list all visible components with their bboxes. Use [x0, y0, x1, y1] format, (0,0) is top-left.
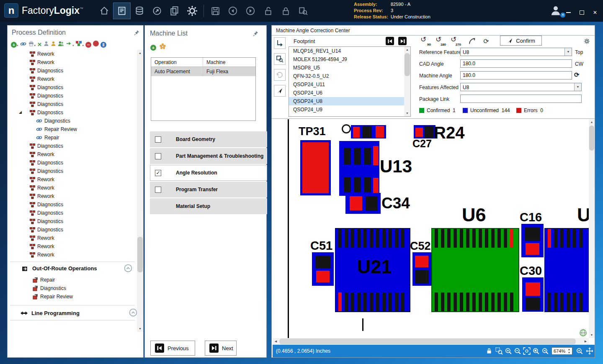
tree-item[interactable]: Diagnostics	[8, 167, 137, 175]
rotate-180-button[interactable]: ↺180	[434, 36, 446, 46]
pin-icon[interactable]	[253, 31, 259, 37]
checkbox[interactable]: ✓	[155, 170, 161, 176]
tree-item[interactable]: Repair	[8, 276, 137, 284]
out-of-route-header[interactable]: Out-Of-Route Operations	[8, 263, 137, 273]
machine-settings-button[interactable]	[160, 43, 166, 51]
rotate-board-button[interactable]	[274, 37, 286, 49]
export-button[interactable]: ▾	[66, 41, 74, 48]
tree-item[interactable]: Rework	[8, 192, 137, 200]
features-affected-select[interactable]: U8▼	[460, 83, 582, 91]
recalculate-button[interactable]: ⟳	[481, 36, 491, 46]
checkbox[interactable]	[155, 153, 161, 159]
checklist-item[interactable]: Material Setup	[150, 198, 267, 214]
machine-table-row[interactable]: Auto Placement Fuji Flexa	[151, 67, 255, 76]
column-header[interactable]: Operation	[151, 58, 203, 67]
rotate-270-button[interactable]: ↺270	[449, 36, 461, 46]
column-header[interactable]: Machine	[203, 58, 255, 67]
zoom-out-button[interactable]	[514, 347, 521, 355]
tree-item[interactable]: Rework	[8, 175, 137, 184]
close-button[interactable]: ✕	[592, 10, 598, 15]
scroll-left-arrow[interactable]: ◀	[273, 338, 279, 345]
tree-item[interactable]: Repair	[8, 133, 137, 142]
scroll-thumb[interactable]	[279, 338, 576, 344]
footprint-item[interactable]: MLQP16_REV1_U14	[289, 47, 410, 55]
documents-button[interactable]	[166, 3, 183, 19]
unlock-button[interactable]	[259, 3, 277, 19]
last-footprint-button[interactable]	[398, 37, 407, 45]
zoom-extents-button[interactable]	[523, 347, 531, 355]
package-link-input[interactable]	[460, 95, 582, 103]
approver-button[interactable]	[51, 41, 56, 48]
checklist-item[interactable]: Board Geometry	[150, 131, 267, 147]
team-button[interactable]	[58, 41, 64, 48]
navigate-button[interactable]	[148, 3, 166, 19]
data-button[interactable]	[131, 3, 148, 19]
footprint-item[interactable]: QSOP24_U6	[289, 89, 410, 97]
zoom-level-input[interactable]: 674% ▲▼	[551, 347, 572, 355]
tree-item[interactable]: Diagnostics	[8, 92, 137, 100]
tree-item[interactable]: Rework	[8, 184, 137, 192]
user-button[interactable]: ✕	[549, 4, 564, 18]
pan-arrows-icon[interactable]	[586, 347, 593, 355]
tree-item[interactable]: Rework	[8, 242, 137, 251]
footprint-item[interactable]: QSOP24_U9	[289, 105, 410, 114]
zoom-selection-button[interactable]	[532, 347, 540, 355]
stop-button[interactable]	[93, 41, 99, 48]
packages-button[interactable]: ▾	[75, 41, 84, 48]
collapse-section-button[interactable]	[124, 264, 132, 272]
confirm-pin-button[interactable]	[274, 85, 286, 97]
home-button[interactable]	[95, 3, 113, 19]
scroll-up-arrow[interactable]: ▲	[137, 50, 143, 56]
cad-angle-input[interactable]	[460, 59, 572, 68]
footprint-item[interactable]: QSOP24_U8	[289, 97, 410, 105]
line-programming-header[interactable]: Line Programming	[8, 308, 137, 318]
tree-item[interactable]: Rework	[8, 234, 137, 242]
maximize-button[interactable]	[579, 10, 585, 15]
tree-item[interactable]: Diagnostics	[8, 100, 137, 108]
checklist-item[interactable]: ✓Angle Resolution	[150, 165, 267, 181]
correction-settings-button[interactable]	[582, 36, 592, 46]
tree-item[interactable]: Diagnostics	[8, 200, 137, 209]
scroll-thumb[interactable]	[405, 53, 410, 76]
add-operation-button[interactable]: +▾	[11, 41, 18, 48]
add-machine-button[interactable]: +	[150, 44, 156, 51]
tree-item[interactable]: Rework	[8, 58, 137, 67]
tree-item[interactable]: Repair Review	[8, 292, 137, 301]
refresh-angle-button[interactable]: ⟳	[574, 71, 580, 79]
first-footprint-button[interactable]	[386, 37, 394, 45]
hold-button[interactable]: ‖	[100, 41, 106, 48]
next-button[interactable]: Next	[205, 341, 237, 356]
tree-item[interactable]: Diagnostics	[8, 142, 137, 150]
tree-item[interactable]: Rework	[8, 150, 137, 159]
scroll-up-arrow[interactable]: ▲	[589, 119, 595, 125]
tree-item[interactable]: Diagnostics	[8, 117, 137, 125]
tree-item[interactable]: Diagnostics	[8, 83, 137, 92]
lock-button[interactable]	[277, 3, 294, 19]
zoom-component-button[interactable]	[274, 53, 286, 65]
minimize-button[interactable]	[565, 10, 571, 15]
operator-button[interactable]	[44, 41, 49, 48]
tree-item[interactable]: Diagnostics	[8, 226, 137, 234]
scroll-up-arrow[interactable]: ▲	[404, 47, 410, 53]
zoom-window-button[interactable]	[495, 347, 503, 355]
save-button[interactable]	[206, 3, 224, 19]
footprint-scrollbar[interactable]: ▲ ▼	[404, 47, 410, 116]
tree-item[interactable]: Rework	[8, 50, 137, 58]
collapse-toggle-icon[interactable]: ◢	[19, 110, 22, 114]
tree-item[interactable]: Rework	[8, 251, 137, 259]
collapse-section-button[interactable]	[129, 308, 137, 317]
scroll-right-arrow[interactable]: ▶	[582, 338, 589, 345]
settings-gear-button[interactable]	[183, 3, 201, 19]
tree-item[interactable]: Diagnostics	[8, 67, 137, 75]
process-editor-button[interactable]	[113, 3, 131, 19]
link-operation-button[interactable]	[20, 41, 26, 48]
footprint-item[interactable]: MSOP8_U5	[289, 64, 410, 72]
chevron-down-icon[interactable]: ▼	[564, 48, 572, 56]
arc-adjust-button[interactable]	[467, 36, 477, 46]
world-view-button[interactable]	[580, 329, 587, 336]
pcb-canvas[interactable]: TP31C27R24U13C34U6U21C51C52C16C30U	[273, 119, 589, 338]
pan-lock-icon[interactable]	[485, 347, 493, 355]
pcb-horizontal-scrollbar[interactable]: ◀ ▶	[273, 338, 589, 345]
zoom-in-button[interactable]	[505, 347, 512, 355]
machine-angle-input[interactable]	[460, 71, 572, 79]
